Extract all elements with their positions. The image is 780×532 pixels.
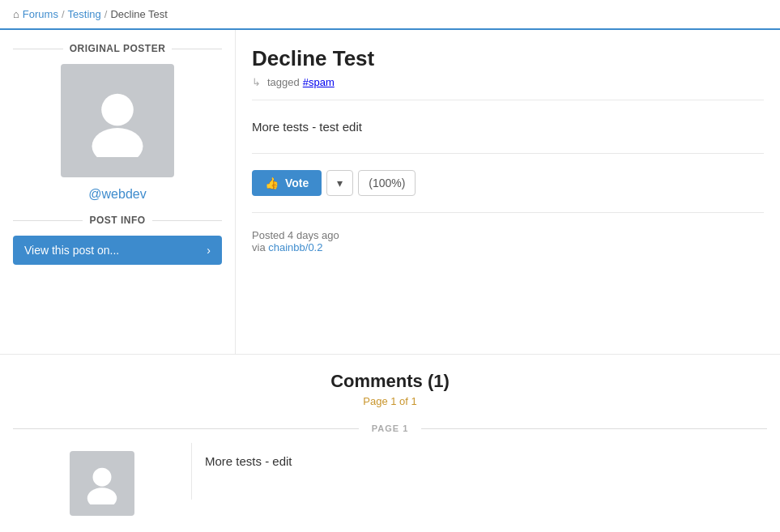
chevron-right-icon: › [207,244,211,257]
post-divider-3 [252,212,764,213]
thumbs-up-icon: 👍 [265,177,279,189]
post-divider-2 [252,153,764,154]
post-divider [252,100,764,100]
comment-body: More tests - edit [191,443,767,500]
via-link[interactable]: chainbb/0.2 [268,241,322,253]
comment-avatar-container [13,443,191,524]
comments-title: Comments (1) [13,371,767,392]
bottom-section: Comments (1) Page 1 of 1 PAGE 1 More tes… [0,354,780,532]
svg-point-1 [92,128,143,157]
pagination-info: Page 1 of 1 [13,395,767,407]
breadcrumb: ⌂ Forums / Testing / Decline Test [0,0,780,28]
sidebar: ORIGINAL POSTER @webdev POST INFO View t… [0,30,235,278]
vote-row: 👍 Vote ▾ (100%) [252,162,764,204]
vote-dropdown-button[interactable]: ▾ [326,170,353,196]
view-post-button[interactable]: View this post on... › [13,236,222,265]
tagged-line: ↳ tagged #spam [252,76,764,88]
post-meta: Posted 4 days ago via chainbb/0.2 [252,221,764,257]
breadcrumb-sep1: / [62,8,65,20]
svg-point-2 [93,468,112,487]
tagged-prefix: tagged [267,76,300,88]
post-info-label: POST INFO [13,215,222,226]
username-link[interactable]: @webdev [13,187,222,202]
comment-item: More tests - edit [13,443,767,524]
comment-avatar [70,451,134,516]
avatar-container [13,64,222,177]
page-divider-row: PAGE 1 [13,423,767,433]
tag-link[interactable]: #spam [303,76,335,88]
view-post-button-label: View this post on... [24,244,119,257]
comment-avatar-icon [81,462,123,504]
avatar-icon [81,84,154,157]
tag-arrow-icon: ↳ [252,76,261,88]
home-icon: ⌂ [13,8,19,20]
vote-percent: (100%) [358,170,416,196]
svg-point-0 [101,94,134,126]
svg-point-3 [87,487,117,504]
breadcrumb-section-link[interactable]: Testing [68,8,101,20]
posted-time: Posted 4 days ago [252,229,764,241]
vote-label: Vote [285,177,309,189]
post-title: Decline Test [252,46,764,71]
content-area: Decline Test ↳ tagged #spam More tests -… [235,30,780,354]
main-layout: ORIGINAL POSTER @webdev POST INFO View t… [0,28,780,354]
avatar [61,64,174,177]
breadcrumb-forums-link[interactable]: Forums [23,8,58,20]
original-poster-label: ORIGINAL POSTER [13,43,222,54]
dropdown-arrow-icon: ▾ [337,177,343,189]
page-label: PAGE 1 [359,423,422,433]
breadcrumb-current: Decline Test [110,8,168,20]
post-body: More tests - test edit [252,109,764,145]
via-label: via chainbb/0.2 [252,241,764,253]
breadcrumb-sep2: / [104,8,108,20]
comment-text: More tests - edit [205,454,754,468]
vote-button[interactable]: 👍 Vote [252,170,322,196]
